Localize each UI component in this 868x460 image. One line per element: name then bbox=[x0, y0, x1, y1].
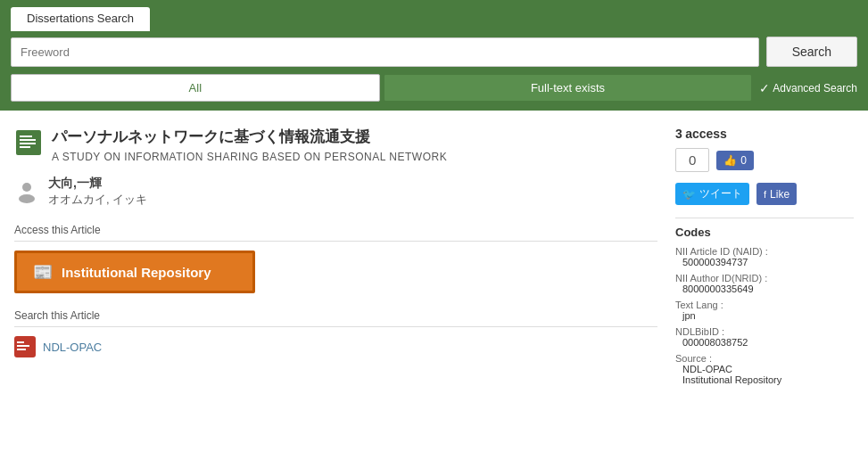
nrid-item: NII Author ID(NRID) : 8000000335649 bbox=[675, 273, 854, 294]
author-name-kana: オオムカイ, イッキ bbox=[48, 192, 147, 208]
source-label: Source : bbox=[675, 353, 854, 364]
main-content: パーソナルネットワークに基づく情報流通支援 A STUDY ON INFORMA… bbox=[0, 111, 868, 401]
content-right: 3 access 0 👍 0 🐦 ツイート f Like Codes bbox=[675, 127, 854, 390]
codes-section: Codes NII Article ID (NAID) : 5000003947… bbox=[675, 218, 854, 385]
fb-like-label: Like bbox=[770, 188, 789, 201]
facebook-icon: f bbox=[764, 189, 766, 200]
filter-all-button[interactable]: All bbox=[11, 74, 380, 102]
tweet-button[interactable]: 🐦 ツイート bbox=[675, 183, 749, 205]
content-left: パーソナルネットワークに基づく情報流通支援 A STUDY ON INFORMA… bbox=[14, 127, 657, 390]
access-label: access bbox=[685, 127, 727, 141]
access-count: 3 access bbox=[675, 127, 854, 141]
access-count-box: 0 bbox=[675, 148, 709, 172]
article-title-en: A STUDY ON INFORMATION SHARING BASED ON … bbox=[52, 151, 447, 163]
svg-point-6 bbox=[19, 194, 35, 203]
like-button[interactable]: 👍 0 bbox=[716, 151, 754, 170]
ndl-opac-label: NDL-OPAC bbox=[43, 341, 102, 354]
header: Dissertations Search Search All Full-tex… bbox=[0, 0, 868, 111]
nrid-label: NII Author ID(NRID) : bbox=[675, 273, 854, 283]
ndlbbid-value: 000008038752 bbox=[675, 337, 854, 348]
source-value2: Institutional Repository bbox=[675, 374, 854, 385]
search-section-label: Search this Article bbox=[14, 309, 657, 327]
source-value1: NDL-OPAC bbox=[675, 364, 854, 374]
author-text: 大向,一輝 オオムカイ, イッキ bbox=[48, 176, 147, 208]
naid-item: NII Article ID (NAID) : 500000394737 bbox=[675, 246, 854, 267]
search-button[interactable]: Search bbox=[766, 37, 857, 67]
thumbs-up-icon: 👍 bbox=[723, 154, 737, 167]
source-item: Source : NDL-OPAC Institutional Reposito… bbox=[675, 353, 854, 385]
svg-rect-2 bbox=[20, 139, 36, 141]
filter-fulltext-button[interactable]: Full-text exists bbox=[384, 74, 753, 102]
svg-rect-4 bbox=[20, 146, 30, 148]
title-text: パーソナルネットワークに基づく情報流通支援 A STUDY ON INFORMA… bbox=[52, 127, 447, 163]
advanced-search-link[interactable]: ✓ Advanced Search bbox=[759, 81, 857, 95]
dissertations-search-tab[interactable]: Dissertations Search bbox=[11, 7, 150, 31]
social-row: 0 👍 0 bbox=[675, 148, 854, 172]
twitter-icon: 🐦 bbox=[682, 188, 696, 201]
lang-value: jpn bbox=[675, 310, 854, 321]
ndlbbid-label: NDLBibID : bbox=[675, 326, 854, 337]
access-section-label: Access this Article bbox=[14, 224, 657, 242]
search-article-section: Search this Article NDL-OPAC bbox=[14, 309, 657, 357]
search-input[interactable] bbox=[11, 37, 759, 67]
external-link-icon: 📰 bbox=[33, 262, 53, 282]
institutional-repository-button[interactable]: 📰 Institutional Repository bbox=[14, 251, 255, 293]
document-icon bbox=[14, 128, 43, 157]
ndlbbid-item: NDLBibID : 000008038752 bbox=[675, 326, 854, 348]
author-icon bbox=[14, 179, 39, 204]
svg-point-5 bbox=[22, 183, 31, 192]
svg-rect-3 bbox=[20, 143, 36, 144]
access-number: 3 bbox=[675, 127, 682, 141]
repo-button-label: Institutional Repository bbox=[62, 265, 211, 280]
svg-rect-10 bbox=[17, 349, 26, 350]
article-title-ja: パーソナルネットワークに基づく情報流通支援 bbox=[52, 127, 447, 147]
social-buttons: 🐦 ツイート f Like bbox=[675, 183, 854, 205]
svg-rect-9 bbox=[17, 345, 29, 347]
tweet-label: ツイート bbox=[699, 186, 742, 201]
svg-rect-8 bbox=[17, 341, 24, 343]
naid-value: 500000394737 bbox=[675, 257, 854, 267]
like-count: 0 bbox=[740, 154, 747, 167]
facebook-like-button[interactable]: f Like bbox=[756, 183, 797, 205]
author-section: 大向,一輝 オオムカイ, イッキ bbox=[14, 176, 657, 208]
svg-rect-1 bbox=[20, 136, 32, 137]
author-name-ja: 大向,一輝 bbox=[48, 176, 147, 192]
checkmark-icon: ✓ bbox=[759, 81, 770, 95]
ndl-opac-link[interactable]: NDL-OPAC bbox=[14, 336, 657, 357]
title-section: パーソナルネットワークに基づく情報流通支援 A STUDY ON INFORMA… bbox=[14, 127, 657, 163]
lang-item: Text Lang : jpn bbox=[675, 300, 854, 321]
nrid-value: 8000000335649 bbox=[675, 283, 854, 294]
ndl-opac-icon bbox=[14, 336, 36, 357]
lang-label: Text Lang : bbox=[675, 300, 854, 310]
naid-label: NII Article ID (NAID) : bbox=[675, 246, 854, 257]
codes-title: Codes bbox=[675, 226, 854, 239]
